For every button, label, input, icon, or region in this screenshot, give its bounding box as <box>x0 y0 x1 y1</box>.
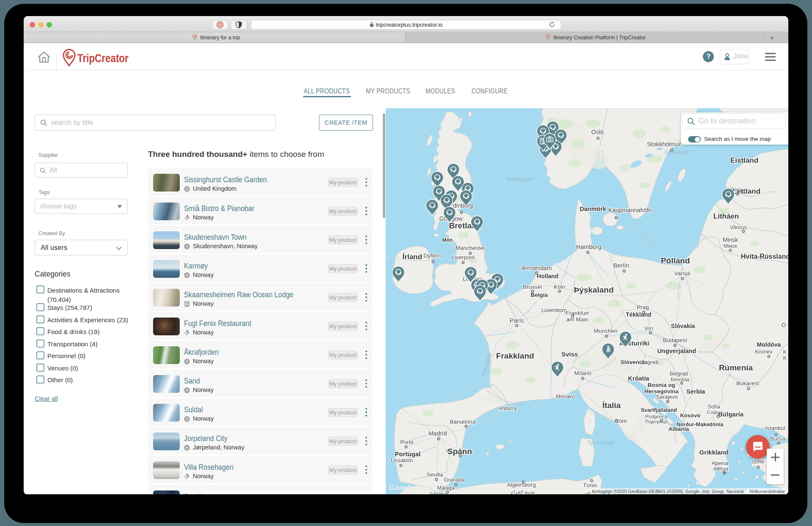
svg-text:Belgía: Belgía <box>531 292 548 298</box>
svg-text:Barselóna: Barselóna <box>450 419 476 425</box>
svg-text:Írland: Írland <box>403 253 422 261</box>
svg-text:Brussel: Brussel <box>523 284 542 290</box>
svg-text:Istanbúl: Istanbúl <box>765 425 785 431</box>
svg-text:Króatía: Króatía <box>628 375 650 382</box>
svg-text:Frankfurt: Frankfurt <box>566 310 589 316</box>
svg-text:Eistland: Eistland <box>730 156 758 164</box>
svg-text:Подгорица: Подгорица <box>645 419 667 424</box>
svg-text:Búkarest: Búkarest <box>736 380 759 386</box>
svg-text:Þýskaland: Þýskaland <box>574 285 614 294</box>
svg-text:Kisínev: Kisínev <box>755 349 773 355</box>
svg-text:Eystrasalt: Eystrasalt <box>664 149 690 155</box>
svg-text:Mónakó: Mónakó <box>556 394 575 400</box>
svg-text:Bursa: Bursa <box>770 436 785 442</box>
svg-text:Holland: Holland <box>537 273 558 279</box>
svg-text:Köln: Köln <box>554 284 565 290</box>
svg-text:Rúmenía: Rúmenía <box>719 363 753 372</box>
svg-text:Bosnía og: Bosnía og <box>647 382 675 388</box>
svg-text:Madríd: Madríd <box>428 430 447 437</box>
svg-text:París: París <box>510 317 524 324</box>
svg-text:Belgrad: Belgrad <box>669 371 688 377</box>
svg-text:Podgorica: Podgorica <box>645 414 667 419</box>
svg-text:Moldóva: Moldóva <box>757 341 781 348</box>
svg-text:Liverpool: Liverpool <box>452 254 475 260</box>
svg-text:am Main: am Main <box>566 316 588 323</box>
svg-text:Frakkland: Frakkland <box>496 351 534 360</box>
svg-text:Grikkland: Grikkland <box>699 449 728 456</box>
svg-text:Túnis: Túnis <box>583 482 597 488</box>
svg-text:Granada: Granada <box>444 477 465 483</box>
svg-text:Lissabon: Lissabon <box>391 457 413 463</box>
svg-text:Minsk: Minsk <box>723 236 739 243</box>
svg-text:Berlín: Berlín <box>613 262 629 269</box>
svg-text:Ítalía: Ítalía <box>602 401 621 410</box>
svg-text:Mílanó: Mílanó <box>574 370 592 376</box>
svg-text:Svartfjallaland: Svartfjallaland <box>641 407 677 413</box>
svg-text:Danmörk: Danmörk <box>580 205 607 212</box>
svg-text:Varsjá: Varsjá <box>674 270 690 277</box>
svg-text:Ó: Ó <box>782 322 786 328</box>
svg-text:Litháen: Litháen <box>713 212 739 220</box>
svg-text:Tékkland: Tékkland <box>626 311 652 318</box>
svg-text:Portó: Portó <box>400 439 413 445</box>
svg-text:Tyrrenahaf: Tyrrenahaf <box>587 439 614 446</box>
svg-text:K: K <box>783 349 787 355</box>
svg-text:Slóvenía: Slóvenía <box>620 359 644 365</box>
svg-text:Vín: Vín <box>645 325 653 331</box>
svg-text:Sarajevó: Sarajevó <box>656 394 678 400</box>
svg-text:Búdapest: Búdapest <box>663 337 687 343</box>
svg-text:Portúgal: Portúgal <box>395 450 421 458</box>
svg-text:Amsterdam: Amsterdam <box>521 265 552 271</box>
svg-text:Algeirsborg: Algeirsborg <box>507 482 536 488</box>
svg-text:Vilníus: Vilníus <box>730 224 747 230</box>
svg-text:Pólland: Pólland <box>661 256 690 265</box>
svg-text:Norðursjór: Norðursjór <box>507 176 534 182</box>
svg-text:Hamborg: Hamborg <box>576 244 601 250</box>
svg-text:Hersegóvína: Hersegóvína <box>644 388 679 394</box>
svg-text:Osló: Osló <box>591 129 604 135</box>
svg-text:Manchester: Manchester <box>455 245 486 251</box>
svg-text:K: K <box>783 355 787 361</box>
svg-text:Dyflinn: Dyflinn <box>423 252 441 259</box>
svg-text:Serbía: Serbía <box>686 388 705 395</box>
svg-text:Búlgaría: Búlgaría <box>718 411 744 418</box>
svg-text:Slóvakía: Slóvakía <box>671 323 695 329</box>
svg-text:Sófía: Sófía <box>708 404 720 410</box>
svg-text:Izmir: Izmir <box>752 458 765 465</box>
svg-text:Aþena: Aþena <box>711 460 728 466</box>
svg-text:Munchen: Munchen <box>594 328 617 334</box>
svg-text:Kósóvó: Kósóvó <box>680 412 700 419</box>
svg-text:Mön: Mön <box>442 237 453 243</box>
svg-text:Αθήνα: Αθήνα <box>713 466 728 472</box>
svg-text:Kaupmannahöfn: Kaupmannahöfn <box>609 207 652 214</box>
svg-text:Andorra: Andorra <box>499 405 517 411</box>
svg-text:Sviss: Sviss <box>561 351 578 358</box>
svg-text:Sevilla: Sevilla <box>427 471 443 478</box>
svg-text:Hvíta-Rússland: Hvíta-Rússland <box>741 253 788 260</box>
svg-text:Lúxemborg: Lúxemborg <box>541 307 567 313</box>
svg-text:Stokkhólmur: Stokkhólmur <box>647 141 681 148</box>
svg-text:Prag: Prag <box>637 304 649 310</box>
svg-text:Albanía: Albanía <box>669 426 689 432</box>
svg-text:Ungverjaland: Ungverjaland <box>657 348 696 354</box>
svg-text:Београд: Београд <box>671 377 689 382</box>
svg-text:Мінск: Мінск <box>724 243 737 249</box>
